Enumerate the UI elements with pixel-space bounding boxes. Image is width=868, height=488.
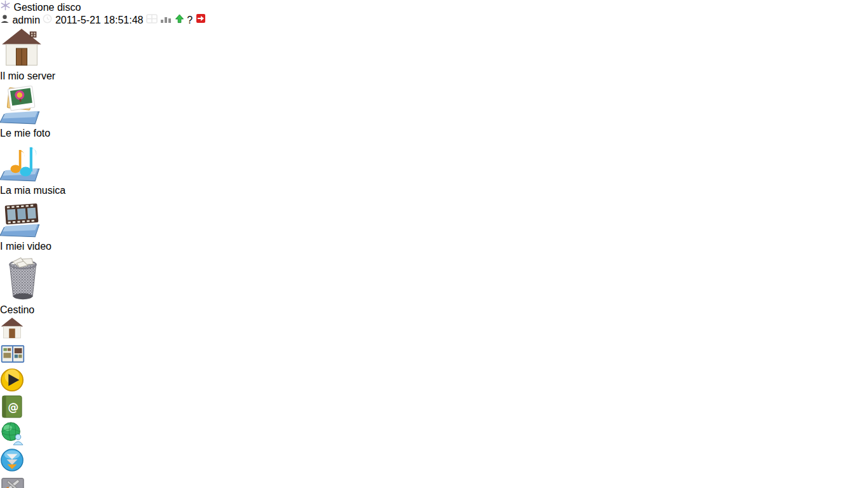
desktop-background (0, 0, 868, 488)
